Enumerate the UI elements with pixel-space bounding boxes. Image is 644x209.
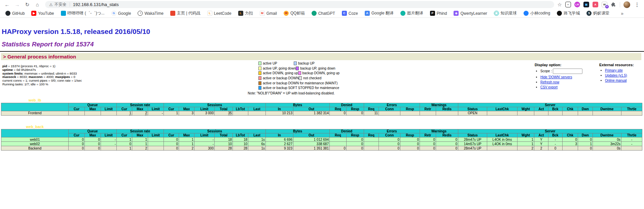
group-header: Denied (330, 103, 364, 107)
bookmark-item[interactable]: LLeetCode (207, 11, 231, 16)
column-header: Thrtle (621, 107, 642, 111)
extensions-puzzle-icon[interactable] (611, 2, 616, 7)
legend-label: not checked (303, 76, 321, 80)
bookmark-label: 哔哩哔哩 (゜-゜)つ... (68, 10, 105, 16)
column-header: Max (132, 107, 148, 111)
bookmark-item[interactable]: ◆QwertyLearner (454, 11, 487, 16)
stat-cell: OPEN (458, 111, 487, 115)
bookmark-item[interactable]: AGoogle 翻译 (365, 10, 394, 16)
bookmark-label: Google 翻译 (371, 10, 394, 16)
column-header: Limit (148, 107, 164, 111)
column-header: Resp (400, 107, 420, 111)
bookmark-item[interactable]: 图片翻译 (400, 10, 423, 16)
translate-extension-icon[interactable]: A (593, 2, 598, 7)
display-option-link[interactable]: Refresh now (540, 80, 559, 84)
bookmark-item[interactable]: ◔WakaTime (138, 11, 163, 16)
legend-swatch-icon (258, 76, 261, 80)
toolbar-divider (620, 2, 620, 7)
profile-avatar[interactable] (623, 1, 630, 8)
stat-cell: 1s (248, 146, 266, 151)
stat-cell (487, 111, 517, 115)
legend-row: active DOWN, going upbackup DOWN, going … (242, 71, 341, 76)
column-header: Req (330, 107, 347, 111)
haproxy-version-link[interactable]: HAProxy version 1.5.18, released 2016/05… (2, 28, 150, 35)
proxy-name-web_lb[interactable]: web_lb (1, 98, 69, 103)
home-icon[interactable]: ⌂ (33, 1, 42, 8)
stat-cell: 3 (179, 111, 194, 115)
stat-cell: 18 (215, 137, 233, 142)
reload-icon[interactable]: ↻ (23, 1, 32, 8)
bookmark-item[interactable]: ✉QQ邮箱 (284, 10, 305, 16)
bookmark-item[interactable]: ChatGPT (312, 11, 335, 16)
stat-cell: 0 (85, 137, 101, 142)
external-resource-link[interactable]: Updates (v1.5) (605, 74, 627, 77)
column-header: Req (330, 133, 347, 137)
proxy-name-web_back[interactable]: web_back (1, 124, 69, 129)
stat-cell: 0s (593, 146, 621, 151)
column-header: Wght (517, 107, 534, 111)
bookmark-favicon (400, 11, 405, 16)
bookmark-item[interactable]: 小林coding (524, 10, 550, 16)
bookmark-item[interactable]: PPhind (430, 11, 447, 16)
back-icon[interactable]: ← (3, 1, 11, 8)
stat-cell (593, 111, 621, 115)
bookmark-item[interactable]: 路飞学城 (557, 10, 580, 16)
stat-cell: Y (534, 142, 548, 146)
bookmark-favicon: L (238, 11, 243, 16)
process-info: pid = 15374 (process #1, nbproc = 1)upti… (2, 65, 82, 86)
bookmark-item[interactable]: GitHub (5, 11, 25, 16)
bookmark-favicon: ◆ (454, 11, 459, 16)
bookmark-item[interactable]: 主页 | 代码战 (170, 10, 201, 16)
security-chip[interactable]: ⚠ 不安全 (49, 2, 67, 7)
column-header-row: CurMaxLimitCurMaxLimitCurMaxLimitTotalLb… (1, 107, 642, 111)
external-resource-item: Primary site (605, 69, 634, 72)
stat-cell (148, 146, 164, 151)
bookmark-item[interactable]: GGoogle (111, 11, 131, 16)
stat-cell: 0 (379, 142, 400, 146)
bookmark-item[interactable]: ◯知识星球 (494, 10, 517, 16)
capture-extension-icon[interactable]: ▣ (583, 2, 589, 7)
tooltip-value: L4OK in 0ms (493, 142, 512, 146)
bookmark-item[interactable]: CCoze (342, 11, 358, 16)
bookmarks-overflow-icon[interactable]: » (621, 11, 623, 16)
bookmark-favicon: ✉ (284, 11, 289, 16)
column-header: LbTot (233, 133, 248, 137)
display-option-link[interactable]: CSV export (540, 85, 558, 89)
stat-cell: 0 (164, 142, 179, 146)
bookmark-item[interactable]: ▶YouTube (31, 11, 54, 16)
bookmark-favicon (61, 11, 66, 16)
bookmark-item[interactable]: 哔哩哔哩 (゜-゜)つ... (61, 10, 105, 16)
bookmark-item[interactable]: L力扣 (238, 10, 253, 16)
column-header: Cur (164, 107, 179, 111)
stat-cell: 1 (179, 142, 194, 146)
legend-item: backup UP, going down (296, 67, 335, 70)
menu-icon[interactable]: ⋮ (634, 2, 641, 8)
side-panel-extension-icon[interactable]: ▪ (565, 2, 571, 7)
bookmark-star-icon[interactable]: ☆ (558, 2, 562, 8)
external-resource-link[interactable]: Online manual (605, 79, 627, 82)
stat-cell: 0 (420, 137, 436, 142)
toolbar-right: ☆ ▪LR▣AW6 ⋮ (558, 1, 641, 8)
forward-icon[interactable]: → (13, 1, 22, 8)
column-header: Max (85, 133, 101, 137)
bookmark-item[interactable]: MGmail (260, 11, 277, 16)
stat-cell: - (194, 137, 215, 142)
scope-input[interactable] (553, 69, 582, 74)
external-resource-link[interactable]: Primary site (605, 69, 623, 72)
column-header: Cur (164, 133, 179, 137)
wappalyzer-extension-icon[interactable]: W6 (602, 2, 607, 7)
stat-cell: 14m57s UP (458, 142, 487, 146)
status-legend: active UPbackup UPactive UP, going downb… (242, 61, 341, 95)
row-Backend: Backend00120230028281s9 3231 351 3810000… (1, 146, 642, 151)
address-bar[interactable]: ⚠ 不安全 192.168.6.131/ha_stats (45, 1, 554, 8)
tooltip-value: 0 (417, 138, 419, 142)
display-option-item: Refresh now (540, 80, 582, 84)
display-option-link[interactable]: Hide 'DOWN' servers (540, 75, 572, 79)
stat-cell: 0 (117, 142, 132, 146)
bookmark-item[interactable]: S蚂蚁课堂 (586, 10, 609, 16)
stat-cell: 18 (233, 137, 248, 142)
stat-cell (563, 146, 578, 151)
lr-extension-icon[interactable]: LR (574, 2, 580, 7)
stat-cell: 6 696 (266, 137, 293, 142)
legend-swatch-icon (258, 71, 261, 75)
